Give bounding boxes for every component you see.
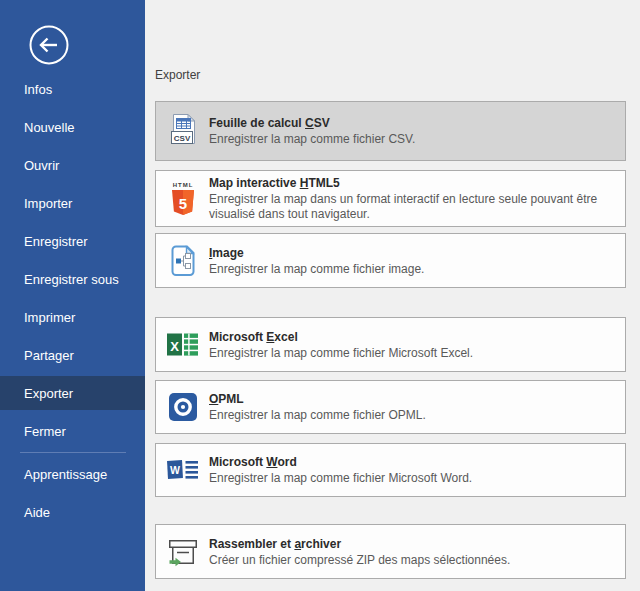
export-option-description: Enregistrer la map comme fichier Microso… (209, 346, 473, 361)
html5-icon: HTML 5 (167, 179, 199, 219)
back-arrow-icon (27, 23, 71, 67)
word-icon: W (167, 456, 199, 484)
sidebar-item-label: Ouvrir (24, 158, 59, 173)
svg-text:5: 5 (179, 195, 187, 212)
sidebar-item-label: Enregistrer (24, 234, 88, 249)
export-option-text: Image Enregistrer la map comme fichier i… (209, 245, 429, 277)
image-file-icon (167, 243, 199, 279)
sidebar-item-label: Fermer (24, 424, 66, 439)
export-option-csv[interactable]: CSV Feuille de calcul CSV Enregistrer la… (155, 101, 626, 161)
csv-file-icon: CSV (167, 112, 199, 150)
export-option-description: Enregistrer la map comme fichier Microso… (209, 471, 472, 486)
sidebar-item-exporter[interactable]: Exporter (0, 376, 145, 410)
export-option-label: Map interactive HTML5 (209, 175, 620, 191)
sidebar-item-enregistrer-sous[interactable]: Enregistrer sous (0, 260, 145, 298)
export-option-label: OPML (209, 391, 426, 407)
sidebar-item-label: Aide (24, 505, 50, 520)
export-option-label: Microsoft Excel (209, 329, 473, 345)
export-option-text: Microsoft Excel Enregistrer la map comme… (209, 329, 478, 361)
sidebar-item-enregistrer[interactable]: Enregistrer (0, 222, 145, 260)
export-option-word[interactable]: W Microsoft Word Enregistrer la map comm… (155, 443, 626, 497)
svg-text:W: W (170, 464, 180, 476)
sidebar-item-apprentissage[interactable]: Apprentissage (0, 455, 145, 493)
sidebar-item-importer[interactable]: Importer (0, 184, 145, 222)
svg-text:HTML: HTML (173, 182, 194, 188)
export-option-text: Map interactive HTML5 Enregistrer la map… (209, 175, 625, 222)
export-option-text: OPML Enregistrer la map comme fichier OP… (209, 391, 431, 423)
sidebar-item-aide[interactable]: Aide (0, 493, 145, 531)
export-option-text: Feuille de calcul CSV Enregistrer la map… (209, 115, 420, 147)
sidebar-item-label: Apprentissage (24, 467, 107, 482)
excel-icon: X (167, 331, 199, 359)
export-option-text: Microsoft Word Enregistrer la map comme … (209, 454, 477, 486)
sidebar-item-label: Enregistrer sous (24, 272, 119, 287)
sidebar-item-label: Partager (24, 348, 74, 363)
export-option-description: Enregistrer la map comme fichier CSV. (209, 132, 415, 147)
export-option-description: Créer un fichier compressé ZIP des maps … (209, 553, 510, 568)
backstage-sidebar: Infos Nouvelle Ouvrir Importer Enregistr… (0, 0, 145, 591)
backstage-view: Infos Nouvelle Ouvrir Importer Enregistr… (0, 0, 640, 591)
export-option-opml[interactable]: OPML Enregistrer la map comme fichier OP… (155, 380, 626, 434)
svg-text:CSV: CSV (174, 134, 191, 143)
archive-box-icon (167, 536, 199, 568)
export-option-archive[interactable]: Rassembler et archiver Créer un fichier … (155, 524, 626, 579)
export-option-label: Rassembler et archiver (209, 536, 510, 552)
sidebar-item-imprimer[interactable]: Imprimer (0, 298, 145, 336)
sidebar-item-label: Infos (24, 82, 52, 97)
export-option-description: Enregistrer la map comme fichier OPML. (209, 408, 426, 423)
sidebar-item-label: Importer (24, 196, 72, 211)
sidebar-item-label: Nouvelle (24, 120, 75, 135)
back-button[interactable] (27, 23, 71, 67)
export-option-label: Image (209, 245, 424, 261)
sidebar-separator (20, 452, 126, 453)
export-option-excel[interactable]: X Microsoft Excel Enregistrer la map com… (155, 317, 626, 372)
svg-text:X: X (170, 338, 179, 353)
sidebar-item-label: Exporter (24, 386, 73, 401)
export-option-label: Feuille de calcul CSV (209, 115, 415, 131)
sidebar-item-label: Imprimer (24, 310, 75, 325)
export-option-description: Enregistrer la map comme fichier image. (209, 262, 424, 277)
sidebar-item-nouvelle[interactable]: Nouvelle (0, 108, 145, 146)
page-title: Exporter (155, 68, 200, 82)
sidebar-item-ouvrir[interactable]: Ouvrir (0, 146, 145, 184)
export-option-label: Microsoft Word (209, 454, 472, 470)
sidebar-item-fermer[interactable]: Fermer (0, 412, 145, 450)
sidebar-item-partager[interactable]: Partager (0, 336, 145, 374)
opml-icon (167, 393, 199, 421)
export-option-html5[interactable]: HTML 5 Map interactive HTML5 Enregistrer… (155, 170, 626, 227)
export-pane: Exporter CSV Feuille de calcul CSV (145, 0, 640, 591)
export-option-image[interactable]: Image Enregistrer la map comme fichier i… (155, 233, 626, 288)
export-option-description: Enregistrer la map dans un format intera… (209, 192, 620, 222)
sidebar-item-infos[interactable]: Infos (0, 70, 145, 108)
export-option-text: Rassembler et archiver Créer un fichier … (209, 536, 515, 568)
